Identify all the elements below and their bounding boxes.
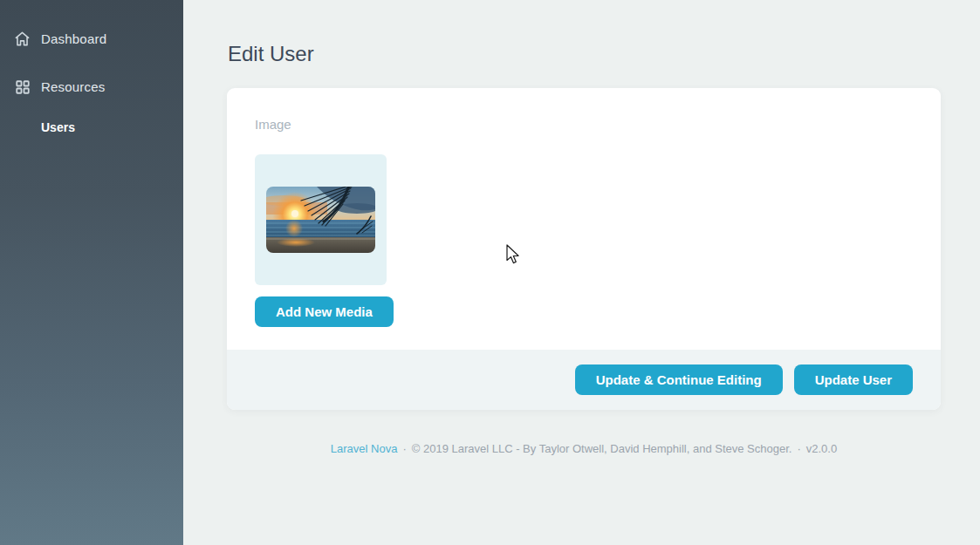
sidebar-item-label: Resources: [41, 79, 106, 94]
media-preview-box[interactable]: [255, 154, 387, 285]
main-content: Edit User Image: [183, 0, 980, 545]
page-footer: Laravel Nova·© 2019 Laravel LLC - By Tay…: [227, 442, 941, 455]
edit-user-card: Image: [227, 88, 941, 410]
footer-separator: ·: [402, 442, 406, 455]
update-continue-button[interactable]: Update & Continue Editing: [575, 364, 783, 395]
sidebar-subitem-label: Users: [41, 120, 75, 134]
footer-version: v2.0.0: [806, 442, 837, 455]
page-title: Edit User: [227, 42, 941, 66]
update-user-button[interactable]: Update User: [794, 364, 913, 395]
sidebar-item-label: Dashboard: [41, 31, 106, 46]
footer-copyright: © 2019 Laravel LLC - By Taylor Otwell, D…: [412, 442, 792, 455]
sidebar: Dashboard Resources Users: [0, 0, 183, 545]
sidebar-item-dashboard[interactable]: Dashboard: [0, 24, 183, 54]
add-new-media-button[interactable]: Add New Media: [255, 296, 394, 327]
sidebar-item-resources[interactable]: Resources: [0, 72, 183, 102]
card-footer: Update & Continue Editing Update User: [227, 350, 941, 410]
media-thumbnail-image: [266, 187, 375, 253]
footer-separator: ·: [797, 442, 800, 455]
sidebar-item-users[interactable]: Users: [0, 116, 183, 139]
grid-icon: [14, 78, 31, 95]
laravel-nova-link[interactable]: Laravel Nova: [331, 442, 398, 455]
home-icon: [14, 31, 31, 47]
card-body: Image: [227, 88, 941, 350]
image-field-label: Image: [255, 117, 913, 132]
